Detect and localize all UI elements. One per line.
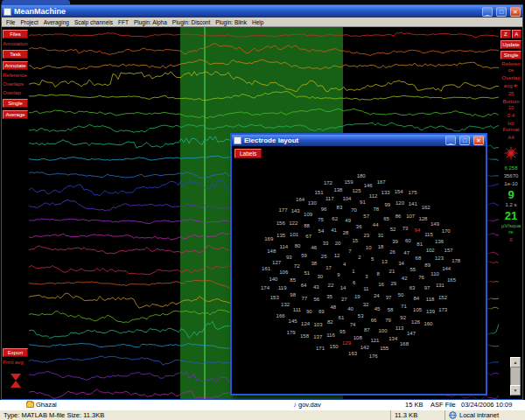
electrode-16: 16 <box>378 282 384 287</box>
electrode-125: 125 <box>352 188 361 193</box>
electrode-148: 148 <box>267 248 276 254</box>
electrode-110: 110 <box>430 271 439 276</box>
electrode-164: 164 <box>296 197 305 202</box>
electrode-121: 121 <box>370 338 380 343</box>
menu-item-file[interactable]: File <box>4 19 18 25</box>
file-row-name[interactable]: Ghazal <box>26 400 57 410</box>
menu-item-fft[interactable]: FFT <box>116 19 131 25</box>
electrode-81: 81 <box>416 242 423 247</box>
right-1-2-s-label: 1.2 s <box>500 202 522 208</box>
electrode-106: 106 <box>279 270 289 275</box>
electrode-74: 74 <box>350 322 356 327</box>
right-a-button[interactable]: A <box>512 30 522 38</box>
menu-item-plugin-blink[interactable]: Plugin: Blink <box>213 19 249 25</box>
electrode-97: 97 <box>424 285 430 290</box>
electrode-79: 79 <box>385 318 391 323</box>
left-average-button[interactable]: Average <box>3 110 28 119</box>
maximize-button[interactable]: □ <box>496 7 507 17</box>
right-panel-items: UpdateSingleReferenceOverlapavg #:25Bott… <box>500 40 522 243</box>
electrode-117: 117 <box>326 196 334 201</box>
electrode-1: 1 <box>352 269 355 274</box>
electrode-77: 77 <box>301 296 307 301</box>
menu-item-scalp-channels[interactable]: Scalp channels <box>72 19 116 25</box>
minimize-button[interactable]: _ <box>482 7 493 17</box>
right-single-button[interactable]: Single <box>500 51 522 60</box>
electrode-close-button[interactable]: ✕ <box>473 136 484 145</box>
screen: MeanMachine _ □ ✕ FileProjectAveragingSc… <box>0 0 525 420</box>
scroll-track[interactable] <box>510 368 521 385</box>
electrode-90: 90 <box>306 309 312 314</box>
menu-item-averaging[interactable]: Averaging <box>41 19 72 25</box>
scroll-down-button[interactable]: ▼ <box>510 385 521 396</box>
right-update-button[interactable]: Update <box>500 40 522 49</box>
left-annotate-button[interactable]: Annotate <box>3 61 28 70</box>
electrode-155: 155 <box>380 346 389 351</box>
electrode-111: 111 <box>293 307 302 312</box>
file-date-cell: 03/24/2006 10:09 <box>461 400 512 410</box>
app-titlebar[interactable]: MeanMachine _ □ ✕ <box>2 5 522 18</box>
electrode-134: 134 <box>388 336 398 341</box>
right-6-258-label: 6.258 <box>500 165 522 172</box>
electrode-160: 160 <box>424 321 433 326</box>
electrode-108: 108 <box>354 335 363 340</box>
electrode-96: 96 <box>321 206 327 212</box>
electrode-101: 101 <box>290 232 299 237</box>
electrode-114: 114 <box>280 244 289 249</box>
menu-item-project[interactable]: Project <box>18 19 40 25</box>
app-icon <box>4 8 11 16</box>
electrode-62: 62 <box>332 216 338 221</box>
electrode-136: 136 <box>435 239 444 244</box>
electrode-165: 165 <box>447 277 457 283</box>
electrode-35: 35 <box>326 294 332 299</box>
electrode-48: 48 <box>330 304 336 310</box>
left-task-button[interactable]: Task <box>3 50 28 59</box>
file-row-file[interactable]: ♪ gov.dav <box>293 400 321 410</box>
electrode-28: 28 <box>343 230 349 235</box>
electrode-95: 95 <box>340 329 346 334</box>
labels-button[interactable]: Labels <box>234 149 262 158</box>
electrode-41: 41 <box>331 228 337 233</box>
status-zone: Local intranet <box>444 410 525 420</box>
file-name-label: Ghazal <box>36 401 57 409</box>
right-z-button[interactable]: Z <box>500 30 511 38</box>
electrode-154: 154 <box>395 189 404 194</box>
eeg-trace-7 <box>29 122 499 132</box>
electrode-7: 7 <box>348 248 352 254</box>
left-panel-bottom: ExportPrint avg <box>3 348 28 396</box>
electrode-69: 69 <box>318 309 325 314</box>
electrode-127: 127 <box>272 260 282 265</box>
left-export-button[interactable]: Export <box>3 348 28 357</box>
electrode-29: 29 <box>390 281 396 286</box>
right-scrollbar[interactable]: ▲ ▼ <box>510 357 521 396</box>
electrode-86: 86 <box>396 214 402 219</box>
electrode-25: 25 <box>321 254 327 259</box>
file-list-row[interactable]: Ghazal ♪ gov.dav 15 KB ASF File 03/24/20… <box>0 400 525 410</box>
electrode-149: 149 <box>430 221 440 227</box>
electrode-minimize-button[interactable]: _ <box>445 136 456 145</box>
electrode-titlebar[interactable]: Electrode layout _ □ ✕ <box>232 135 486 146</box>
electrode-54: 54 <box>318 228 325 234</box>
right-bottom-10-label: Bottom 10 <box>500 99 522 111</box>
electrode-73: 73 <box>402 226 409 231</box>
left-files-button[interactable]: Files <box>3 30 28 38</box>
left-single-button[interactable]: Single <box>3 99 28 108</box>
electrode-84: 84 <box>413 296 419 301</box>
eeg-trace-6 <box>29 108 499 118</box>
electrode-120: 120 <box>396 200 405 206</box>
close-button[interactable]: ✕ <box>510 7 521 17</box>
electrode-maximize-button[interactable]: □ <box>459 136 470 145</box>
electrode-156: 156 <box>276 220 286 226</box>
electrode-128: 128 <box>418 216 428 221</box>
electrode-179: 179 <box>287 330 297 335</box>
electrode-78: 78 <box>373 206 379 212</box>
right-panel: ZA UpdateSingleReferenceOverlapavg #:25B… <box>500 27 522 399</box>
menu-item-plugin-discont[interactable]: Plugin: Discont <box>170 19 213 25</box>
electrode-92: 92 <box>400 315 406 320</box>
music-note-icon: ♪ <box>293 402 297 409</box>
menu-item-plugin-alpha[interactable]: Plugin: Alpha <box>131 19 170 25</box>
scroll-up-button[interactable]: ▲ <box>510 357 521 368</box>
electrode-133: 133 <box>382 190 391 195</box>
right-hz-format-label: Hz Format <box>500 121 522 133</box>
right-1e-10-label: 1e-10 <box>500 181 522 187</box>
menu-item-help[interactable]: Help <box>249 19 266 25</box>
